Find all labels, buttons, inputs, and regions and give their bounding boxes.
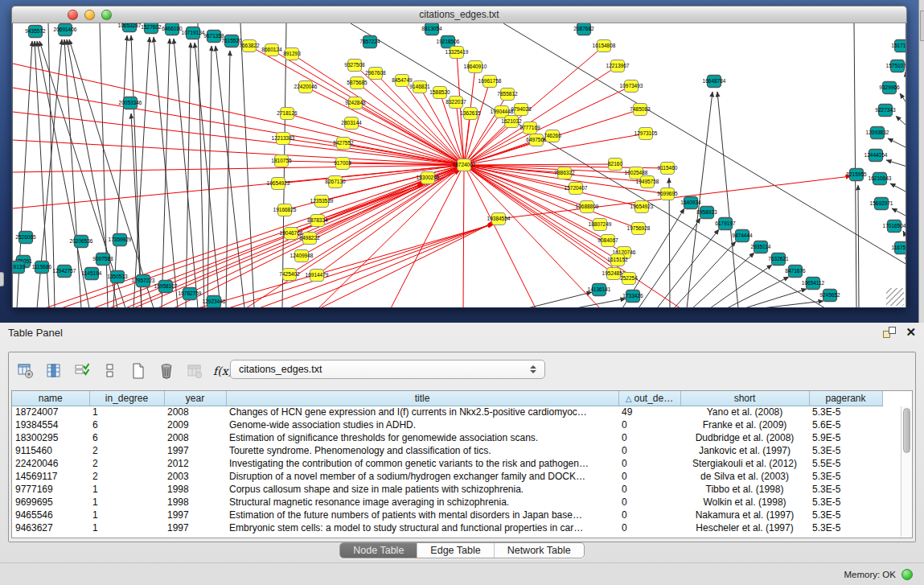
- network-view-window: citations_edges.txt 94355722069140610653…: [11, 6, 907, 308]
- network-node-label: 12923446: [203, 299, 226, 304]
- network-edge-selected[interactable]: [13, 112, 464, 165]
- network-edge[interactable]: [717, 92, 738, 307]
- network-node-label: 18640910: [464, 64, 487, 69]
- table-selector-dropdown[interactable]: citations_edges.txt: [230, 360, 545, 379]
- tab-edge-table[interactable]: Edge Table: [417, 543, 494, 558]
- window-resize-grip[interactable]: [886, 288, 904, 306]
- network-edge[interactable]: [892, 208, 906, 216]
- network-edge-selected[interactable]: [93, 183, 424, 307]
- network-edge-selected[interactable]: [318, 165, 464, 220]
- column-header-pagerank[interactable]: pagerank: [809, 391, 882, 406]
- network-edge[interactable]: [198, 23, 204, 307]
- new-table-icon[interactable]: [128, 360, 149, 381]
- network-edge[interactable]: [890, 183, 906, 192]
- column-header-year[interactable]: year: [164, 391, 226, 406]
- tab-node-table[interactable]: Node Table: [340, 543, 417, 558]
- table-row[interactable]: 946362711997Embryonic stem cells: a mode…: [12, 521, 882, 534]
- split-rows-icon[interactable]: [100, 360, 121, 381]
- left-panel-collapse-handle[interactable]: [0, 272, 4, 286]
- select-column-icon[interactable]: [43, 360, 64, 381]
- network-node-label: 8958923: [696, 209, 717, 215]
- close-panel-icon[interactable]: ✕: [906, 327, 916, 338]
- table-cell: Nakamura et al. (1997): [680, 509, 809, 521]
- zoom-button[interactable]: [101, 10, 112, 20]
- table-scrollbar[interactable]: [901, 406, 911, 537]
- float-panel-icon[interactable]: [883, 327, 896, 338]
- network-edge[interactable]: [195, 43, 220, 307]
- table-cell: 6: [89, 418, 164, 431]
- table-cell: 1: [89, 406, 164, 418]
- network-edge-selected[interactable]: [464, 164, 615, 165]
- table-row[interactable]: 969969511998Structural magnetic resonanc…: [12, 496, 882, 509]
- network-edge[interactable]: [858, 185, 859, 307]
- network-edge[interactable]: [576, 299, 626, 307]
- column-header-short[interactable]: short: [680, 391, 809, 406]
- network-edge[interactable]: [900, 93, 906, 104]
- network-edge-selected[interactable]: [464, 165, 536, 307]
- table-cell: 5.3E-5: [809, 406, 882, 418]
- column-header-in_degree[interactable]: in_degree: [89, 391, 164, 406]
- table-cell: Estimation of the future numbers of pati…: [226, 509, 618, 521]
- table-cell: de Silva et al. (2003): [680, 470, 809, 483]
- table-cell: 1998: [164, 483, 226, 496]
- tab-network-table[interactable]: Network Table: [495, 543, 584, 558]
- network-node-label: 2803144: [341, 120, 362, 126]
- table-cell: 2008: [164, 431, 226, 444]
- network-node-label: 9794028: [511, 106, 532, 112]
- network-canvas[interactable]: 9435572206914061065328715276026466160107…: [12, 23, 906, 307]
- table-row[interactable]: 1830029562008Estimation of significance …: [12, 431, 882, 444]
- network-edge-selected[interactable]: [463, 165, 464, 307]
- table-scrollbar-thumb[interactable]: [903, 408, 910, 453]
- network-edge[interactable]: [133, 37, 150, 307]
- network-edge[interactable]: [727, 277, 789, 307]
- memory-ok-indicator[interactable]: [901, 569, 913, 580]
- minimize-button[interactable]: [84, 10, 95, 20]
- network-edge[interactable]: [186, 43, 191, 307]
- table-cell: Investigating the contribution of common…: [226, 457, 618, 470]
- network-edge[interactable]: [113, 35, 127, 307]
- table-row[interactable]: 1456911722003Disruption of a novel membe…: [12, 470, 882, 483]
- network-edge-selected[interactable]: [228, 224, 494, 307]
- network-node-label: 7485083: [630, 106, 651, 112]
- network-node-label: 13325419: [446, 49, 469, 55]
- table-row[interactable]: 1938455462009Genome-wide association stu…: [12, 418, 882, 431]
- network-edge[interactable]: [886, 160, 906, 167]
- table-cell: Corpus callosum shape and size in male p…: [226, 483, 618, 496]
- delete-table-icon[interactable]: [156, 360, 177, 381]
- network-edge-selected[interactable]: [198, 225, 493, 307]
- close-button[interactable]: [68, 10, 78, 20]
- table-row[interactable]: 1872400712008Changes of HCN gene express…: [12, 406, 882, 418]
- table-row[interactable]: 946554611997Estimation of the future num…: [12, 509, 882, 521]
- table-cell: Estimation of significance thresholds fo…: [226, 431, 618, 444]
- network-edge[interactable]: [854, 23, 856, 307]
- network-edge[interactable]: [888, 138, 906, 148]
- table-row[interactable]: 911546021997Tourette syndrome. Phenomeno…: [12, 444, 882, 457]
- table-cell: 0: [618, 483, 680, 496]
- row-checklist-icon[interactable]: [72, 360, 92, 381]
- network-edge-selected[interactable]: [499, 176, 851, 219]
- network-window-titlebar[interactable]: citations_edges.txt: [11, 6, 907, 23]
- network-node-label: 1640934: [680, 200, 701, 205]
- network-edge-selected[interactable]: [320, 221, 496, 307]
- table-settings-icon[interactable]: [15, 360, 36, 381]
- column-header-name[interactable]: name: [12, 391, 89, 406]
- network-edge[interactable]: [896, 116, 906, 126]
- network-edge[interactable]: [174, 39, 198, 307]
- table-cell: Tourette syndrome. Phenomenology and cla…: [226, 444, 618, 457]
- column-header-out_de[interactable]: △out_de…: [618, 391, 680, 406]
- network-node-label: 9435572: [25, 28, 46, 34]
- network-edge[interactable]: [903, 231, 906, 239]
- network-edge[interactable]: [240, 23, 254, 307]
- table-row[interactable]: 977716911998Corpus callosum shape and si…: [12, 483, 882, 496]
- network-node-label: 7663822: [239, 43, 260, 48]
- network-edge[interactable]: [503, 23, 906, 265]
- network-edge-selected[interactable]: [158, 182, 425, 307]
- network-edge[interactable]: [906, 72, 906, 84]
- table-cell: 18724007: [12, 406, 89, 418]
- network-edge-selected[interactable]: [464, 165, 642, 207]
- network-edge-selected[interactable]: [464, 86, 631, 165]
- column-header-title[interactable]: title: [226, 391, 618, 406]
- table-row[interactable]: 2242004622012Investigating the contribut…: [12, 457, 882, 470]
- table-cell: 2009: [164, 418, 226, 431]
- network-edge[interactable]: [528, 292, 592, 307]
